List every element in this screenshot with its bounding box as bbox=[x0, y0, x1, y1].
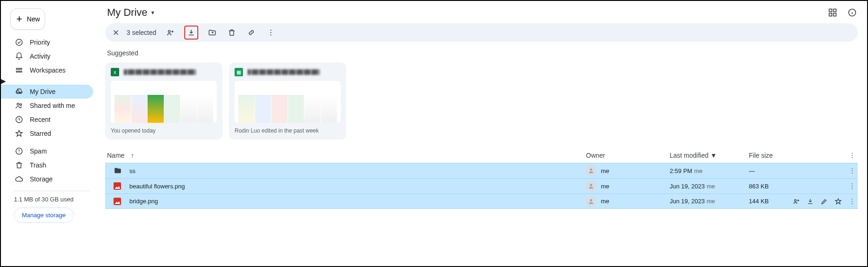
bell-icon bbox=[15, 52, 23, 60]
avatar bbox=[586, 166, 596, 176]
caret-right-icon[interactable]: ▶ bbox=[1, 77, 6, 85]
row-more-button[interactable] bbox=[848, 182, 856, 190]
sidebar-item-starred[interactable]: Starred bbox=[1, 127, 93, 140]
svg-point-32 bbox=[794, 200, 796, 201]
nav-label: Trash bbox=[30, 161, 46, 169]
column-modified[interactable]: Last modified ▼ bbox=[670, 152, 749, 159]
link-button[interactable] bbox=[246, 27, 257, 38]
card-caption: Rodin Luo edited in the past week bbox=[235, 127, 341, 134]
image-icon bbox=[114, 182, 123, 190]
suggested-label: Suggested bbox=[105, 49, 858, 57]
caret-down-icon: ▼ bbox=[150, 10, 155, 15]
owner-label: me bbox=[601, 198, 609, 205]
sidebar-item-priority[interactable]: Priority bbox=[1, 35, 93, 49]
sidebar-item-spam[interactable]: Spam bbox=[1, 144, 93, 158]
svg-point-29 bbox=[852, 186, 853, 187]
cloud-icon bbox=[15, 175, 23, 183]
nav-label: Storage bbox=[30, 175, 53, 183]
sidebar-item-recent[interactable]: Recent bbox=[1, 113, 93, 127]
svg-point-34 bbox=[852, 201, 853, 202]
info-button[interactable] bbox=[847, 7, 858, 18]
manage-storage-button[interactable]: Manage storage bbox=[14, 207, 74, 223]
sidebar-item-activity[interactable]: Activity bbox=[1, 49, 93, 63]
svg-point-35 bbox=[852, 203, 853, 204]
share-button[interactable] bbox=[165, 27, 176, 38]
grid-view-button[interactable] bbox=[827, 7, 838, 18]
svg-point-22 bbox=[852, 157, 853, 158]
svg-point-33 bbox=[852, 199, 853, 200]
folder-breadcrumb[interactable]: My Drive ▼ bbox=[107, 7, 155, 19]
sidebar-item-my-drive[interactable]: My Drive bbox=[1, 85, 93, 99]
suggested-card[interactable]: ▦ Rodin Luo edited in the past week bbox=[229, 62, 346, 140]
people-icon bbox=[15, 101, 23, 110]
svg-point-0 bbox=[16, 39, 22, 46]
avatar bbox=[586, 181, 596, 191]
caret-down-icon: ▼ bbox=[710, 152, 717, 159]
svg-point-18 bbox=[270, 32, 271, 33]
svg-rect-12 bbox=[834, 9, 836, 12]
row-download-icon[interactable] bbox=[807, 198, 814, 205]
suggested-card[interactable]: x You opened today bbox=[105, 62, 222, 140]
file-name: beautiful flowers.png bbox=[129, 183, 586, 190]
svg-point-3 bbox=[20, 68, 22, 70]
nav-label: Starred bbox=[30, 130, 51, 137]
delete-button[interactable] bbox=[226, 27, 237, 38]
page-title: My Drive bbox=[107, 7, 148, 19]
table-row[interactable]: bridge.png me Jun 19, 2023me 144 KB bbox=[105, 194, 858, 209]
sheets-icon: ▦ bbox=[235, 68, 243, 76]
clock-icon bbox=[15, 115, 23, 124]
nav-label: Priority bbox=[30, 39, 50, 46]
sidebar-item-workspaces[interactable]: Workspaces bbox=[1, 63, 93, 77]
nav-label: My Drive bbox=[30, 88, 55, 95]
sidebar-item-storage[interactable]: Storage bbox=[1, 172, 93, 186]
table-row[interactable]: beautiful flowers.png me Jun 19, 2023me … bbox=[105, 178, 858, 194]
sidebar-item-trash[interactable]: Trash bbox=[1, 158, 93, 172]
svg-point-19 bbox=[270, 34, 271, 35]
svg-point-2 bbox=[19, 68, 20, 70]
avatar bbox=[586, 196, 596, 207]
new-button-label: New bbox=[27, 15, 40, 23]
card-title-redacted bbox=[248, 69, 320, 75]
modified-by: me bbox=[707, 183, 715, 190]
file-size: 863 KB bbox=[749, 183, 791, 190]
svg-point-21 bbox=[852, 155, 853, 156]
row-star-icon[interactable] bbox=[834, 198, 842, 205]
row-share-icon[interactable] bbox=[793, 198, 800, 205]
nav-label: Recent bbox=[30, 116, 50, 123]
owner-label: me bbox=[601, 183, 609, 190]
main-content: My Drive ▼ 3 selected Suggested x bbox=[99, 1, 867, 266]
trash-icon bbox=[15, 161, 23, 169]
svg-point-7 bbox=[17, 103, 20, 106]
clear-selection-button[interactable] bbox=[112, 28, 120, 37]
owner-label: me bbox=[601, 167, 609, 174]
spam-icon bbox=[15, 147, 23, 155]
download-button[interactable] bbox=[184, 26, 198, 40]
table-row[interactable]: ss me 2:59 PMme — bbox=[105, 163, 858, 178]
table-header: Name ↑ Owner Last modified ▼ File size bbox=[105, 148, 858, 163]
column-name[interactable]: Name bbox=[107, 152, 124, 159]
move-button[interactable] bbox=[207, 27, 218, 38]
new-button[interactable]: + New bbox=[10, 8, 45, 30]
svg-point-5 bbox=[19, 71, 20, 73]
modified-date: Jun 19, 2023 bbox=[670, 198, 705, 205]
nav-label: Workspaces bbox=[30, 67, 66, 74]
svg-point-8 bbox=[20, 104, 22, 106]
plus-icon: + bbox=[16, 13, 22, 25]
column-owner[interactable]: Owner bbox=[586, 152, 670, 159]
row-more-button[interactable] bbox=[848, 198, 856, 205]
divider bbox=[14, 191, 89, 191]
svg-point-24 bbox=[852, 168, 853, 169]
svg-point-28 bbox=[852, 183, 853, 184]
svg-point-16 bbox=[168, 31, 170, 33]
more-button[interactable] bbox=[265, 27, 276, 38]
card-caption: You opened today bbox=[111, 127, 217, 134]
file-size: — bbox=[749, 167, 791, 174]
sort-arrow-up-icon[interactable]: ↑ bbox=[131, 152, 134, 159]
column-size[interactable]: File size bbox=[749, 152, 791, 159]
card-thumbnail bbox=[235, 81, 341, 123]
row-rename-icon[interactable] bbox=[821, 198, 828, 205]
column-more-button[interactable] bbox=[848, 152, 856, 159]
sidebar-item-shared[interactable]: Shared with me bbox=[1, 99, 93, 113]
svg-rect-14 bbox=[834, 13, 836, 16]
row-more-button[interactable] bbox=[848, 167, 856, 174]
